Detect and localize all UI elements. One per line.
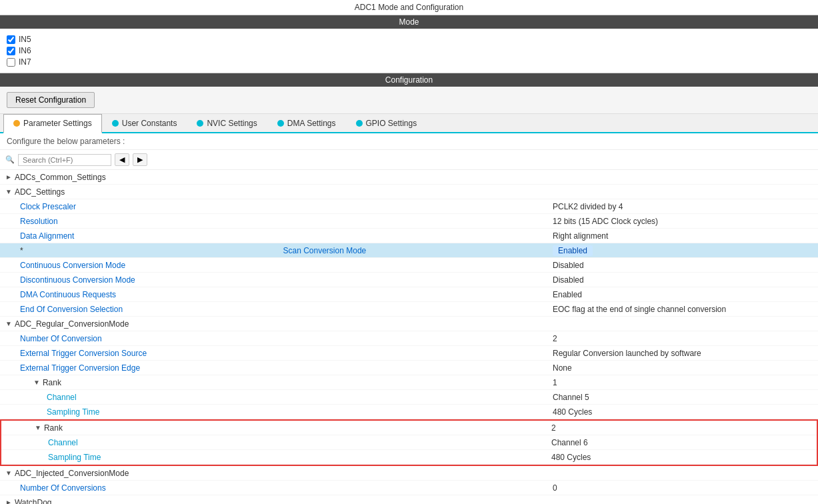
tree-row-channel1[interactable]: Channel Channel 5 bbox=[0, 390, 818, 405]
channel1-value: Channel 5 bbox=[546, 393, 813, 402]
num-conversion-label: Number Of Conversion bbox=[20, 334, 546, 343]
num-conversions-label: Number Of Conversions bbox=[20, 483, 546, 493]
dma-continuous-value: Enabled bbox=[546, 290, 813, 299]
adc-settings-label: ADC_Settings bbox=[15, 187, 813, 197]
expand-icon-injected: ▼ bbox=[5, 469, 12, 477]
in6-checkbox[interactable] bbox=[7, 47, 15, 55]
tab-parameter[interactable]: Parameter Settings bbox=[3, 114, 102, 133]
expand-icon-rank1: ▼ bbox=[33, 379, 40, 386]
watchdog-label: WatchDog bbox=[15, 498, 813, 505]
enabled-badge: Enabled bbox=[553, 245, 593, 256]
tab-parameter-label: Parameter Settings bbox=[23, 119, 92, 128]
continuous-conversion-value: Disabled bbox=[546, 261, 813, 270]
tree-row-eoc-selection[interactable]: End Of Conversion Selection EOC flag at … bbox=[0, 302, 818, 317]
tree-row-adc-injected[interactable]: ▼ ADC_Injected_ConversionMode bbox=[0, 466, 818, 481]
discontinuous-conversion-label: Discontinuous Conversion Mode bbox=[20, 275, 546, 285]
tab-dot-dma bbox=[277, 120, 284, 127]
expand-icon-rank2: ▼ bbox=[35, 424, 41, 431]
tab-dot-gpio bbox=[356, 120, 363, 127]
title-text: ADC1 Mode and Configuration bbox=[0, 0, 818, 15]
prev-button[interactable]: ◀ bbox=[115, 153, 129, 166]
rank1-value: 1 bbox=[546, 378, 813, 387]
mode-checkboxes: IN5 IN6 IN7 bbox=[0, 29, 818, 73]
eoc-selection-value: EOC flag at the end of single channel co… bbox=[546, 305, 813, 314]
adcs-common-label: ADCs_Common_Settings bbox=[15, 173, 813, 182]
tree-row-rank2[interactable]: ▼ Rank 2 bbox=[1, 421, 817, 435]
tree-row-resolution[interactable]: Resolution 12 bits (15 ADC Clock cycles) bbox=[0, 214, 818, 229]
channel2-label: Channel bbox=[48, 438, 545, 447]
num-conversions-value: 0 bbox=[546, 483, 813, 493]
in7-checkbox[interactable] bbox=[7, 58, 15, 67]
tab-gpio[interactable]: GPIO Settings bbox=[346, 114, 427, 132]
ext-trigger-edge-value: None bbox=[546, 363, 813, 373]
tree-row-continuous-conversion[interactable]: Continuous Conversion Mode Disabled bbox=[0, 258, 818, 273]
tab-nvic[interactable]: NVIC Settings bbox=[187, 114, 267, 132]
ext-trigger-source-label: External Trigger Conversion Source bbox=[20, 349, 546, 358]
scan-conversion-value: Enabled bbox=[546, 246, 813, 255]
search-icon: 🔍 bbox=[5, 155, 15, 164]
tree-row-num-conversion[interactable]: Number Of Conversion 2 bbox=[0, 331, 818, 346]
configure-label: Configure the below parameters : bbox=[0, 133, 818, 150]
channel2-value: Channel 6 bbox=[545, 438, 811, 447]
checkbox-in6[interactable]: IN6 bbox=[7, 46, 811, 55]
sampling1-value: 480 Cycles bbox=[546, 407, 813, 417]
checkbox-in5[interactable]: IN5 bbox=[7, 35, 811, 44]
checkbox-in7[interactable]: IN7 bbox=[7, 57, 811, 67]
tree-row-watchdog[interactable]: ► WatchDog bbox=[0, 495, 818, 504]
red-box-container: ▼ Rank 2 Channel Channel 6 Sampling Time… bbox=[0, 419, 818, 466]
discontinuous-conversion-value: Disabled bbox=[546, 275, 813, 285]
tab-dot-parameter bbox=[13, 120, 20, 127]
mode-header: Mode bbox=[0, 15, 818, 29]
tree-row-channel2[interactable]: Channel Channel 6 bbox=[1, 435, 817, 450]
tree-row-dma-continuous[interactable]: DMA Continuous Requests Enabled bbox=[0, 287, 818, 302]
tree-row-adcs-common[interactable]: ► ADCs_Common_Settings bbox=[0, 170, 818, 185]
tab-gpio-label: GPIO Settings bbox=[366, 119, 417, 128]
ext-trigger-source-value: Regular Conversion launched by software bbox=[546, 349, 813, 358]
search-input[interactable] bbox=[18, 154, 111, 166]
resolution-label: Resolution bbox=[20, 217, 546, 226]
tree-row-num-conversions[interactable]: Number Of Conversions 0 bbox=[0, 481, 818, 495]
tree-row-adc-regular[interactable]: ▼ ADC_Regular_ConversionMode bbox=[0, 317, 818, 331]
tree-row-rank1[interactable]: ▼ Rank 1 bbox=[0, 375, 818, 390]
scan-conversion-label: Scan Conversion Mode bbox=[283, 246, 547, 255]
tree-row-data-alignment[interactable]: Data Alignment Right alignment bbox=[0, 229, 818, 243]
tree-row-sampling1[interactable]: Sampling Time 480 Cycles bbox=[0, 405, 818, 419]
continuous-conversion-label: Continuous Conversion Mode bbox=[20, 261, 546, 270]
in7-label: IN7 bbox=[19, 57, 31, 67]
in5-label: IN5 bbox=[19, 35, 31, 44]
channel1-label: Channel bbox=[47, 393, 546, 402]
tree-row-adc-settings[interactable]: ▼ ADC_Settings bbox=[0, 185, 818, 199]
rank2-value: 2 bbox=[545, 423, 811, 433]
adc-injected-label: ADC_Injected_ConversionMode bbox=[15, 469, 813, 478]
rank1-label: Rank bbox=[43, 378, 546, 387]
sampling2-value: 480 Cycles bbox=[545, 453, 811, 462]
tab-user[interactable]: User Constants bbox=[102, 114, 187, 132]
in5-checkbox[interactable] bbox=[7, 35, 15, 44]
data-alignment-label: Data Alignment bbox=[20, 231, 546, 241]
mode-section: Mode IN5 IN6 IN7 bbox=[0, 15, 818, 73]
tab-user-label: User Constants bbox=[122, 119, 177, 128]
next-button[interactable]: ▶ bbox=[133, 153, 147, 166]
tree-row-discontinuous-conversion[interactable]: Discontinuous Conversion Mode Disabled bbox=[0, 273, 818, 287]
expand-icon-adc: ▼ bbox=[5, 188, 12, 195]
tree-row-clock-prescaler[interactable]: Clock Prescaler PCLK2 divided by 4 bbox=[0, 199, 818, 214]
tree-row-ext-trigger-edge[interactable]: External Trigger Conversion Edge None bbox=[0, 361, 818, 375]
dma-continuous-label: DMA Continuous Requests bbox=[20, 290, 546, 299]
eoc-selection-label: End Of Conversion Selection bbox=[20, 305, 546, 314]
clock-prescaler-value: PCLK2 divided by 4 bbox=[546, 202, 813, 211]
tabs-container: Parameter Settings User Constants NVIC S… bbox=[0, 114, 818, 133]
resolution-value: 12 bits (15 ADC Clock cycles) bbox=[546, 217, 813, 226]
scan-conversion-star: * bbox=[20, 246, 283, 255]
expand-icon-watchdog: ► bbox=[5, 499, 12, 504]
reset-config-button[interactable]: Reset Configuration bbox=[7, 92, 95, 108]
config-section: Configuration Reset Configuration Parame… bbox=[0, 73, 818, 504]
tree-row-ext-trigger-source[interactable]: External Trigger Conversion Source Regul… bbox=[0, 346, 818, 361]
search-bar: 🔍 ◀ ▶ bbox=[0, 150, 818, 170]
reset-bar: Reset Configuration bbox=[0, 87, 818, 114]
clock-prescaler-label: Clock Prescaler bbox=[20, 202, 546, 211]
in6-label: IN6 bbox=[19, 46, 31, 55]
title-bar: ADC1 Mode and Configuration bbox=[0, 0, 818, 15]
tree-row-sampling2[interactable]: Sampling Time 480 Cycles bbox=[1, 450, 817, 465]
tab-dma[interactable]: DMA Settings bbox=[267, 114, 346, 132]
tree-row-scan-conversion[interactable]: * Scan Conversion Mode Enabled bbox=[0, 243, 818, 258]
